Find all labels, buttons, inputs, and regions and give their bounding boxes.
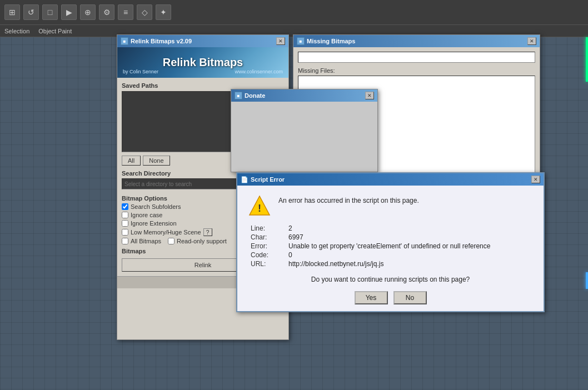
- script-message: An error has occurred in the script on t…: [278, 194, 419, 204]
- error-label: Error:: [251, 242, 284, 250]
- toolbar-icon-7[interactable]: ≡: [118, 4, 133, 20]
- char-label: Char:: [251, 233, 284, 241]
- ignore-case-label: Ignore case: [131, 212, 162, 218]
- script-error-window: 📄 Script Error ✕ ! An error has occurred…: [236, 172, 545, 312]
- donate-body: [231, 102, 377, 172]
- ignore-extension-label: Ignore Extension: [131, 220, 177, 227]
- line-value: 2: [288, 224, 532, 232]
- readonly-checkbox[interactable]: [168, 238, 175, 244]
- relink-header-subtitle: by Colin Senner: [123, 69, 158, 74]
- relink-title-text: Relink Bitmaps v2.09: [131, 38, 274, 44]
- svg-text:!: !: [258, 203, 261, 214]
- donate-title-icon: ■: [235, 92, 242, 99]
- relink-header-url: www.colinsenner.com: [235, 69, 283, 74]
- donate-title-text: Donate: [245, 92, 363, 99]
- saved-paths-label: Saved Paths: [122, 82, 284, 89]
- all-button[interactable]: All: [122, 156, 141, 166]
- script-title-icon: 📄: [241, 176, 248, 183]
- script-btn-row: Yes No: [248, 291, 532, 304]
- green-accent: [586, 37, 588, 82]
- toolbar-icon-2[interactable]: ↺: [23, 4, 39, 20]
- missing-title-text: Missing Bitmaps: [307, 38, 525, 44]
- relink-header-title: Relink Bitmaps: [163, 56, 243, 69]
- search-subfolders-checkbox[interactable]: [122, 203, 128, 210]
- all-bitmaps-checkbox[interactable]: [122, 238, 128, 244]
- missing-title-icon: ■: [297, 37, 305, 45]
- script-body: ! An error has occurred in the script on…: [237, 186, 544, 311]
- error-value: Unable to get property 'createElement' o…: [288, 242, 532, 250]
- script-title-text: Script Error: [251, 176, 529, 183]
- low-memory-checkbox[interactable]: [122, 229, 128, 236]
- script-top-row: ! An error has occurred in the script on…: [248, 194, 532, 217]
- missing-close-button[interactable]: ✕: [527, 37, 536, 45]
- readonly-label: Read-only support: [177, 238, 227, 244]
- toolbar-icon-1[interactable]: ⊞: [4, 4, 20, 20]
- toolbar-icon-6[interactable]: ⚙: [99, 4, 114, 20]
- line-label: Line:: [251, 224, 284, 232]
- none-button[interactable]: None: [143, 156, 170, 166]
- url-label: URL:: [251, 260, 284, 268]
- all-bitmaps-label: All Bitmaps: [131, 238, 161, 244]
- script-close-button[interactable]: ✕: [531, 176, 540, 183]
- script-details: Line: 2 Char: 6997 Error: Unable to get …: [248, 224, 532, 268]
- donate-titlebar[interactable]: ■ Donate ✕: [231, 89, 377, 102]
- missing-titlebar[interactable]: ■ Missing Bitmaps ✕: [293, 35, 540, 47]
- code-label: Code:: [251, 251, 284, 259]
- toolbar-icon-3[interactable]: □: [42, 4, 58, 20]
- no-button[interactable]: No: [393, 291, 427, 304]
- relink-title-icon: ■: [121, 37, 128, 45]
- donate-close-button[interactable]: ✕: [365, 92, 374, 99]
- relink-close-button[interactable]: ✕: [276, 37, 285, 45]
- code-value: 0: [288, 251, 532, 259]
- relink-titlebar[interactable]: ■ Relink Bitmaps v2.09 ✕: [117, 35, 288, 47]
- toolbar-icon-5[interactable]: ⊕: [80, 4, 96, 20]
- low-memory-help-button[interactable]: ?: [203, 228, 212, 236]
- missing-search-input[interactable]: [298, 52, 535, 63]
- yes-button[interactable]: Yes: [355, 291, 388, 304]
- url-value: http://blocked.netbynet.ru/js/jq.js: [288, 260, 532, 268]
- blue-accent: [586, 272, 588, 289]
- relink-header-banner: Relink Bitmaps by Colin Senner www.colin…: [117, 47, 288, 78]
- ignore-case-checkbox[interactable]: [122, 212, 128, 218]
- char-value: 6997: [288, 233, 532, 241]
- ignore-extension-checkbox[interactable]: [122, 220, 128, 227]
- warning-icon: !: [248, 194, 271, 217]
- search-subfolders-label: Search Subfolders: [131, 203, 181, 210]
- toolbar-icon-4[interactable]: ▶: [61, 4, 77, 20]
- script-titlebar[interactable]: 📄 Script Error ✕: [237, 173, 544, 186]
- toolbar-icon-9[interactable]: ✦: [156, 4, 171, 20]
- donate-window: ■ Donate ✕: [231, 89, 378, 172]
- script-question: Do you want to continue running scripts …: [248, 276, 532, 283]
- top-toolbar: ⊞ ↺ □ ▶ ⊕ ⚙ ≡ ◇ ✦: [0, 0, 588, 25]
- low-memory-label: Low Memory/Huge Scene: [131, 229, 201, 236]
- missing-files-label: Missing Files:: [298, 67, 535, 74]
- menu-object-paint[interactable]: Object Paint: [38, 28, 72, 34]
- menu-selection[interactable]: Selection: [4, 28, 29, 34]
- toolbar-icon-8[interactable]: ◇: [137, 4, 152, 20]
